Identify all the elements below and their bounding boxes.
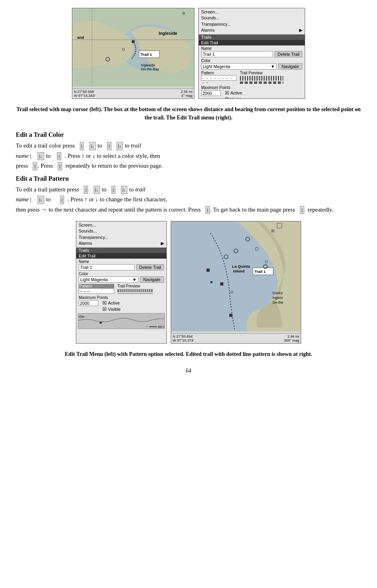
svg-text:↔: ↔ — [146, 325, 149, 328]
trail-preview-line — [240, 76, 283, 81]
svg-rect-33 — [206, 268, 209, 272]
b-max-points-label: Maximum Points — [76, 295, 166, 300]
page-number: 64 — [16, 368, 361, 374]
trail-name-input[interactable]: Trail 1 — [201, 51, 273, 57]
section2-heading: Edit a Trail Pattern — [16, 175, 361, 182]
svg-point-27 — [100, 321, 102, 324]
menu-item-screen[interactable]: Screen... — [201, 9, 302, 15]
delete-trail-button[interactable]: Delete Trail — [275, 51, 302, 57]
b-menu-section-trails: Trails — [76, 248, 166, 253]
b-delete-trail-button[interactable]: Delete Trail — [136, 264, 164, 270]
visible-checkbox-row: ☒ Visible — [225, 96, 243, 99]
pattern-input[interactable]: - - - - - - - - - - — [201, 75, 237, 81]
key6[interactable]: | — [57, 152, 61, 161]
b-pattern-label: Pattern — [79, 284, 114, 288]
b-active-checkbox-row: ☒ Active — [102, 300, 121, 306]
section2-body: To edit a trail pattern press | |↓ to | … — [16, 185, 361, 215]
max-points-input[interactable]: 2000 — [201, 90, 221, 96]
bottom-map: La Quinta Island Trail 1 Cooks' Inglesi … — [171, 221, 301, 344]
active-checkbox-row: ☒ Active — [225, 90, 243, 96]
pkey1[interactable]: | — [84, 186, 88, 194]
key7[interactable]: | — [33, 162, 37, 170]
b-navigate-button[interactable]: Navigate — [140, 276, 164, 283]
b-active-label: Active — [108, 301, 120, 305]
key4[interactable]: |↓ — [117, 142, 123, 150]
key3[interactable]: | — [107, 142, 111, 150]
visible-label: Visible — [230, 97, 243, 99]
pkey3[interactable]: | — [111, 186, 116, 194]
svg-text:300 mi: 300 mi — [158, 325, 164, 328]
b-color-value: Light Magenta — [80, 277, 108, 282]
b-menu-item-screen[interactable]: Screen... — [79, 222, 164, 228]
b-color-label: Color — [76, 271, 166, 276]
pkey7[interactable]: | — [205, 206, 210, 214]
svg-text:Inglesi: Inglesi — [272, 296, 283, 300]
top-menu-panel: Screen... Sounds... Transparency... Alar… — [198, 8, 305, 99]
mini-map-bottom: Elita 300 mi ↔ — [78, 313, 165, 329]
key2[interactable]: |↓ — [89, 142, 96, 150]
key5[interactable]: |↓ — [38, 152, 44, 161]
pkey8[interactable]: | — [300, 206, 304, 214]
key8[interactable]: | — [58, 162, 62, 170]
svg-text:Island: Island — [233, 269, 245, 273]
svg-text:La Quinta: La Quinta — [232, 264, 250, 268]
svg-rect-34 — [220, 282, 223, 285]
b-menu-edit-trail: Edit Trail — [76, 253, 166, 259]
color-value: Light Magenta — [203, 64, 230, 69]
top-caption: Trail selected with map cursor (left). T… — [16, 105, 361, 122]
svg-text:Ingleside: Ingleside — [158, 31, 177, 36]
svg-rect-38 — [210, 281, 212, 283]
menu-section-trails: Trails — [199, 34, 305, 40]
navigate-button[interactable]: Navigate — [278, 63, 302, 70]
svg-rect-26 — [78, 314, 164, 329]
b-visible-label: Visible — [108, 307, 121, 312]
pattern-label: Pattern — [201, 71, 237, 75]
svg-text:and: and — [77, 35, 84, 40]
bottom-section: Screen... Sounds... Transparency... Alar… — [16, 221, 361, 344]
svg-text:Cooks': Cooks' — [272, 291, 283, 295]
top-section: Trail 1 and Ingleside Ingleside On-the-B… — [16, 8, 361, 99]
menu-item-alarms[interactable]: Alarms▶ — [201, 27, 302, 33]
svg-rect-35 — [229, 314, 232, 317]
coord-bar-top: N 27°50.508' W 97°15.263' 2.55 mi 4° mag — [72, 89, 194, 98]
bottom-menu-panel: Screen... Sounds... Transparency... Alar… — [76, 221, 167, 344]
name-label: Name — [199, 45, 305, 51]
max-points-label: Maximum Points — [199, 85, 305, 90]
active-label: Active — [230, 91, 242, 95]
svg-point-10 — [132, 40, 135, 43]
b-menu-item-transparency[interactable]: Transparency... — [79, 234, 164, 240]
b-menu-item-alarms[interactable]: Alarms▶ — [79, 240, 164, 246]
menu-item-sounds[interactable]: Sounds... — [201, 15, 302, 21]
color-label: Color — [199, 58, 305, 63]
b-trail-preview-label: Trail Preview — [117, 284, 153, 288]
trail-preview-label: Trail Preview — [240, 71, 283, 75]
b-trail-name-input[interactable]: Trail 1 — [79, 264, 135, 270]
svg-rect-49 — [271, 229, 274, 233]
b-name-label: Name — [76, 259, 166, 264]
svg-text:Trail 1: Trail 1 — [141, 52, 152, 57]
trail-preview-dotted — [240, 81, 283, 84]
b-trail-preview-line2 — [117, 293, 153, 294]
key1[interactable]: | — [80, 142, 84, 150]
section1-body: To edit a trail color press | |↓ to | |↓… — [16, 141, 361, 171]
pkey5[interactable]: |↓ — [38, 196, 44, 204]
section1-heading: Edit a Trail Color — [16, 131, 361, 138]
svg-text:On-the: On-the — [272, 301, 283, 304]
coord-bar-bottom: N 27°50.894' W 97°15.374' 2.96 mi 359° m… — [171, 333, 301, 343]
b-pattern-input[interactable]: -- -- -- — [79, 288, 114, 294]
top-map: Trail 1 and Ingleside Ingleside On-the-B… — [72, 8, 194, 99]
svg-text:Elita: Elita — [79, 315, 84, 318]
menu-item-transparency[interactable]: Transparency... — [201, 21, 302, 27]
pkey2[interactable]: |↓ — [94, 186, 100, 194]
svg-text:Trail 1: Trail 1 — [254, 269, 266, 274]
b-trail-preview-dotted — [117, 289, 153, 292]
pkey6[interactable]: | — [60, 196, 64, 204]
svg-text:On-the-Bay: On-the-Bay — [141, 67, 159, 71]
b-menu-item-sounds[interactable]: Sounds... — [79, 228, 164, 234]
b-visible-checkbox-row: ☒ Visible — [102, 306, 121, 312]
menu-edit-trail: Edit Trail — [199, 40, 305, 45]
svg-text:Ingleside: Ingleside — [141, 63, 155, 67]
svg-text:◎: ◎ — [182, 11, 185, 15]
b-max-points-input[interactable]: 2000 — [79, 300, 98, 306]
pkey4[interactable]: |↓ — [121, 186, 127, 194]
